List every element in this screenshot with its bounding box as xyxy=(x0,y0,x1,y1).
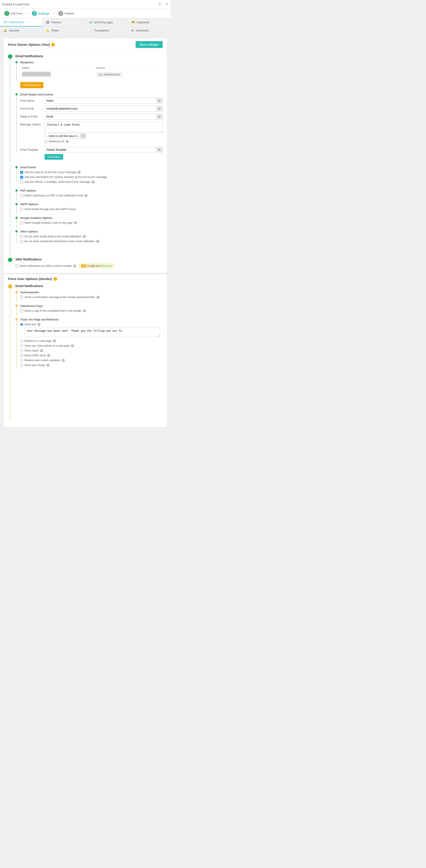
step-arrow-2: › xyxy=(53,12,54,15)
form-owner-header: Form Owner Options (You) i Save changes xyxy=(3,38,167,51)
redirect-web-radio[interactable] xyxy=(20,340,23,342)
pdf-dot xyxy=(16,189,18,192)
other-opt1-help[interactable]: ? xyxy=(83,235,86,238)
pdf-title: PDF Options xyxy=(20,189,163,192)
submission-copy-opt1-help[interactable]: ? xyxy=(83,309,86,312)
redirect-web-help[interactable]: ? xyxy=(53,339,56,342)
pdf-opt1-checkbox[interactable] xyxy=(20,194,23,197)
show-text-textarea[interactable]: Your message has been sent. Thank you fo… xyxy=(25,328,160,337)
save-changes-button[interactable]: Save changes xyxy=(136,41,163,48)
show-quiz-row: Show quiz results ? xyxy=(20,364,163,367)
message-subject-textarea[interactable]: [Contact & Lead Form] xyxy=(45,122,163,133)
smtp-dot xyxy=(16,203,18,205)
reference-id-help[interactable]: ? xyxy=(66,140,69,143)
nav-payments[interactable]: 💳 Payments xyxy=(128,18,171,26)
pdf-opt1-help[interactable]: ? xyxy=(85,194,88,197)
email-header-line xyxy=(16,95,17,153)
email-template-input[interactable] xyxy=(45,147,156,152)
show-text-radio-row: Show text ? xyxy=(20,323,163,326)
nav-advanced[interactable]: ⚙ Advanced xyxy=(128,27,171,34)
ga-opt1-help[interactable]: ? xyxy=(74,221,77,224)
translations-label: Translations xyxy=(94,29,110,32)
email-template-select[interactable]: ▼ xyxy=(45,147,163,153)
customize-button[interactable]: Customize xyxy=(45,154,63,160)
show-report-label: Show report xyxy=(24,349,39,352)
submission-copy-opt1-checkbox[interactable] xyxy=(20,310,23,312)
other-line xyxy=(16,232,17,244)
ga-opt1-label: Insert Google Analytics code on the page xyxy=(24,221,73,224)
step3-label: Publish xyxy=(64,12,74,15)
reference-id-checkbox[interactable] xyxy=(45,140,47,143)
step-publish[interactable]: 3 Publish xyxy=(58,11,74,16)
from-email-input[interactable] xyxy=(45,106,156,111)
other-opt2-help[interactable]: ? xyxy=(96,240,99,243)
step-settings[interactable]: 2 Settings xyxy=(32,11,49,16)
other-opt2-checkbox[interactable] xyxy=(20,240,23,243)
eye-icon[interactable]: 👁 xyxy=(166,3,168,6)
redirect-web-row: Redirect to a web page ? xyxy=(20,339,163,342)
thank-you-line xyxy=(16,320,17,369)
ga-opt1-checkbox[interactable] xyxy=(20,221,23,224)
smtp-opt1-checkbox[interactable] xyxy=(20,208,23,211)
arrow-icon[interactable]: › xyxy=(163,3,164,6)
from-email-arrow[interactable]: ▼ xyxy=(156,106,163,111)
from-name-input[interactable] xyxy=(45,98,156,103)
sms-big-dot xyxy=(8,257,12,262)
content-area: Form Owner Options (You) i Save changes … xyxy=(0,34,171,431)
email-template-arrow[interactable]: ▼ xyxy=(156,147,163,152)
add-field-select[interactable]: ▼ xyxy=(45,133,86,138)
other-dot xyxy=(16,230,18,232)
footer-opt1-help[interactable]: ? xyxy=(78,171,81,174)
from-name-select[interactable]: ▼ xyxy=(45,98,163,103)
sms-opt1-checkbox[interactable] xyxy=(16,265,18,268)
menu-icon[interactable]: ☰ xyxy=(159,3,161,6)
other-opt1-checkbox[interactable] xyxy=(20,235,23,238)
show-then-redirect-help[interactable]: ? xyxy=(71,344,74,347)
sms-opt1-help[interactable]: ? xyxy=(73,265,76,268)
show-quiz-radio[interactable] xyxy=(20,364,23,367)
step-edit-form[interactable]: 1 Edit Form xyxy=(4,11,23,16)
email-notif-title: Email Notifications xyxy=(16,54,163,58)
show-report-help[interactable]: ? xyxy=(40,349,43,352)
add-field-arrow[interactable]: ▼ xyxy=(80,133,86,138)
autoresponder-opt1-checkbox[interactable] xyxy=(20,296,23,299)
add-field-input[interactable] xyxy=(45,133,80,138)
reply-to-arrow[interactable]: ▼ xyxy=(156,114,163,119)
show-html-radio[interactable] xyxy=(20,354,23,357)
from-email-select[interactable]: ▼ xyxy=(45,106,163,112)
autoresponder-line xyxy=(16,293,17,302)
submission-copy-subsection: Submission Copy Send a copy of the compl… xyxy=(16,304,163,318)
footer-opt2-checkbox[interactable] xyxy=(20,176,23,179)
nav-themes[interactable]: 🖼 Themes xyxy=(43,18,85,26)
show-quiz-label: Show quiz results xyxy=(24,364,45,367)
nav-security[interactable]: 🔒 Security xyxy=(0,27,43,34)
footer-opt1-checkbox[interactable] xyxy=(20,171,23,174)
autoresponder-opt1-help[interactable]: ? xyxy=(96,296,100,299)
nav-rules[interactable]: 📐 Rules xyxy=(43,27,85,34)
show-text-radio[interactable] xyxy=(20,323,23,326)
new-recipient-button[interactable]: New Recipient xyxy=(20,82,44,88)
nav-notifications[interactable]: 📧 Notifications xyxy=(0,18,43,26)
form-user-info-icon[interactable]: i xyxy=(54,277,57,281)
show-report-radio[interactable] xyxy=(20,349,23,352)
show-quiz-help[interactable]: ? xyxy=(47,364,50,367)
form-owner-info-icon[interactable]: i xyxy=(51,43,55,46)
from-email-group: From Email ▼ xyxy=(20,106,163,112)
redirect-custom-radio[interactable] xyxy=(20,359,23,362)
reply-to-select[interactable]: ▼ xyxy=(45,114,163,119)
show-then-redirect-radio[interactable] xyxy=(20,344,23,347)
thank-you-subsection: Thank You Page and Redirects Show text ?… xyxy=(16,318,163,372)
from-name-arrow[interactable]: ▼ xyxy=(156,98,163,103)
redirect-custom-help[interactable]: ? xyxy=(62,359,65,362)
footer-opt3-checkbox[interactable] xyxy=(20,181,23,183)
reply-to-input[interactable] xyxy=(45,114,156,119)
show-report-row: Show report ? xyxy=(20,349,163,352)
buy-more-link[interactable]: Buy more xyxy=(101,265,112,268)
show-text-help[interactable]: ? xyxy=(37,323,40,326)
show-html-help[interactable]: ? xyxy=(47,354,50,357)
pdf-opt1-row: Attach submission as PDF to the notifica… xyxy=(20,194,163,197)
nav-3rdparty[interactable]: 🔗 3rd Party Apps xyxy=(85,18,128,26)
footer-opt3-help[interactable]: ? xyxy=(92,180,95,183)
nav-translations[interactable]: 📄 Translations xyxy=(85,27,128,34)
themes-icon: 🖼 xyxy=(46,21,49,24)
